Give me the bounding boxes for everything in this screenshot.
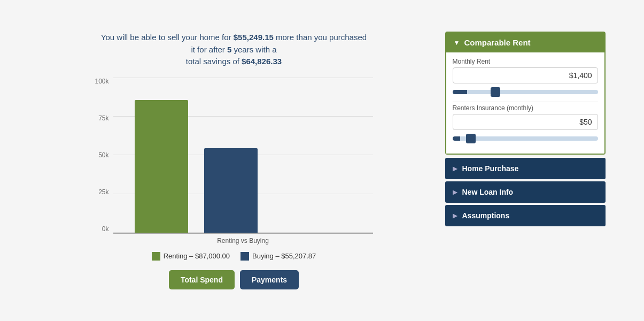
x-axis-line xyxy=(113,233,373,234)
right-panel: ▼ Comparable Rent Monthly Rent Renters I… xyxy=(445,32,606,228)
comparable-rent-header[interactable]: ▼ Comparable Rent xyxy=(446,33,604,52)
comparable-rent-body: Monthly Rent Renters Insurance (monthly) xyxy=(446,52,604,154)
chart-body: Renting vs Buying xyxy=(113,78,373,244)
x-axis-label: Renting vs Buying xyxy=(113,237,373,244)
monthly-rent-slider-container xyxy=(453,87,598,96)
divider-1 xyxy=(453,102,598,102)
assumptions-button[interactable]: ▶ Assumptions xyxy=(445,205,606,226)
y-label-0k: 0k xyxy=(102,225,109,233)
bar-buying xyxy=(204,148,258,233)
y-axis: 100k 75k 50k 25k 0k xyxy=(95,78,113,243)
bar-fill-buying xyxy=(204,148,258,233)
chart-legend: Renting – $87,000.00 Buying – $55,207.87 xyxy=(152,252,316,261)
legend-renting: Renting – $87,000.00 xyxy=(152,252,230,261)
legend-box-buying xyxy=(240,252,249,261)
assumptions-label: Assumptions xyxy=(462,211,510,220)
home-purchase-arrow-icon: ▶ xyxy=(453,165,457,172)
y-label-75k: 75k xyxy=(98,114,108,122)
legend-label-buying: Buying – $55,207.87 xyxy=(252,252,316,260)
headline-amount1: $55,249.15 xyxy=(234,33,274,42)
headline: You will be able to sell your home for $… xyxy=(100,32,368,68)
comparable-rent-section: ▼ Comparable Rent Monthly Rent Renters I… xyxy=(445,32,606,155)
headline-text: You will be able to sell your home for $… xyxy=(101,33,367,66)
y-label-25k: 25k xyxy=(98,188,108,196)
buttons-row: Total Spend Payments xyxy=(169,270,299,289)
renters-insurance-label: Renters Insurance (monthly) xyxy=(453,104,598,112)
main-container: You will be able to sell your home for $… xyxy=(28,21,616,300)
y-label-50k: 50k xyxy=(98,151,108,159)
y-label-100k: 100k xyxy=(95,78,109,85)
renters-insurance-slider-container xyxy=(453,133,598,143)
bars-container xyxy=(113,78,373,233)
legend-label-renting: Renting – $87,000.00 xyxy=(164,252,230,260)
bar-renting xyxy=(135,100,188,233)
comparable-rent-arrow-icon: ▼ xyxy=(454,39,460,47)
comparable-rent-title: Comparable Rent xyxy=(464,38,530,47)
headline-amount2: $64,826.33 xyxy=(242,57,282,66)
monthly-rent-slider[interactable] xyxy=(453,90,598,94)
payments-button[interactable]: Payments xyxy=(240,270,299,289)
assumptions-arrow-icon: ▶ xyxy=(453,212,457,219)
renters-insurance-slider[interactable] xyxy=(453,136,598,141)
new-loan-info-button[interactable]: ▶ New Loan Info xyxy=(445,181,606,203)
legend-buying: Buying – $55,207.87 xyxy=(240,252,316,261)
home-purchase-button[interactable]: ▶ Home Purchase xyxy=(445,158,606,179)
new-loan-info-label: New Loan Info xyxy=(462,188,514,196)
legend-box-renting xyxy=(152,252,160,261)
monthly-rent-label: Monthly Rent xyxy=(453,58,598,65)
renters-insurance-group: Renters Insurance (monthly) xyxy=(453,104,598,143)
total-spend-button[interactable]: Total Spend xyxy=(169,270,235,289)
bar-fill-renting xyxy=(135,100,188,233)
monthly-rent-group: Monthly Rent xyxy=(453,58,598,96)
chart-area: 100k 75k 50k 25k 0k xyxy=(95,78,373,244)
home-purchase-label: Home Purchase xyxy=(462,164,519,173)
new-loan-info-arrow-icon: ▶ xyxy=(453,189,457,196)
renters-insurance-input[interactable] xyxy=(453,114,598,130)
monthly-rent-input[interactable] xyxy=(453,67,598,83)
left-panel: You will be able to sell your home for $… xyxy=(39,32,429,289)
